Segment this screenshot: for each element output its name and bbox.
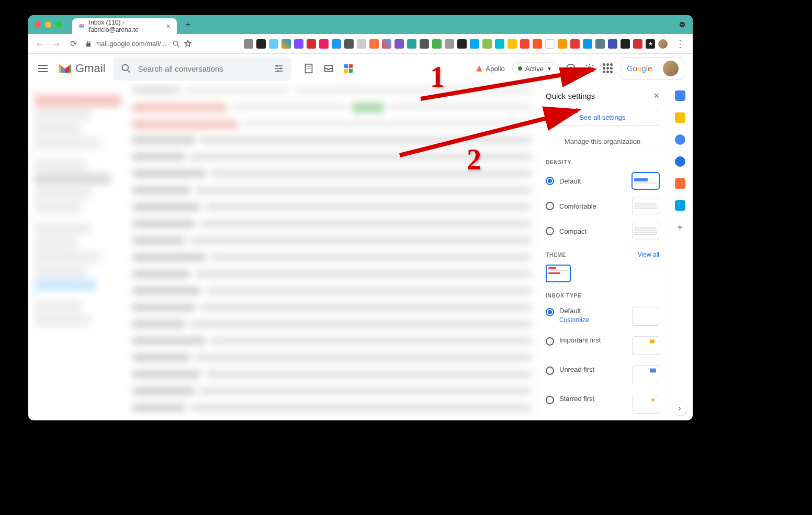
inbox-type-priority[interactable]: Priority Inbox Customize bbox=[538, 419, 667, 420]
extension-icon[interactable] bbox=[558, 39, 567, 49]
customize-link[interactable]: Customize bbox=[559, 316, 627, 324]
extension-icon[interactable] bbox=[407, 39, 416, 49]
svg-rect-12 bbox=[344, 64, 348, 68]
extension-icon[interactable] bbox=[508, 39, 517, 49]
google-logo: Google bbox=[626, 63, 659, 74]
close-icon[interactable]: × bbox=[653, 90, 659, 101]
svg-rect-14 bbox=[344, 69, 348, 73]
extension-icon[interactable] bbox=[482, 39, 492, 49]
extension-icon[interactable] bbox=[269, 39, 278, 49]
back-button[interactable]: ← bbox=[35, 39, 45, 49]
url-text: mail.google.com/mail/... bbox=[95, 40, 167, 48]
close-window-button[interactable] bbox=[35, 21, 41, 28]
inbox-type-unread[interactable]: Unread first bbox=[538, 360, 667, 390]
extension-icon[interactable] bbox=[595, 39, 605, 49]
extension-icon[interactable] bbox=[319, 39, 329, 49]
profile-avatar-icon[interactable] bbox=[658, 39, 668, 49]
annotation-number-2: 2 bbox=[467, 143, 481, 176]
extension-icon[interactable]: ★ bbox=[646, 39, 655, 49]
radio-icon bbox=[546, 202, 554, 210]
extension-icon[interactable] bbox=[583, 39, 592, 49]
add-icon[interactable]: + bbox=[675, 222, 685, 233]
extension-icon[interactable] bbox=[294, 39, 303, 49]
avatar[interactable] bbox=[663, 61, 679, 76]
svg-line-2 bbox=[177, 45, 179, 47]
contacts-icon[interactable] bbox=[675, 156, 685, 167]
keep-icon[interactable] bbox=[675, 112, 685, 123]
annotation-number-1: 1 bbox=[430, 60, 445, 94]
gmail-text: Gmail bbox=[75, 62, 105, 75]
bookmark-star-icon[interactable] bbox=[184, 40, 192, 48]
density-option-default[interactable]: Default bbox=[538, 168, 667, 193]
density-option-comfortable[interactable]: Comfortable bbox=[538, 193, 667, 219]
extension-icon[interactable] bbox=[332, 39, 341, 49]
extension-icon[interactable] bbox=[382, 39, 391, 49]
minimize-window-button[interactable] bbox=[45, 21, 51, 28]
extension-icon[interactable] bbox=[633, 39, 642, 49]
svg-rect-13 bbox=[349, 64, 353, 68]
expand-panel-button[interactable]: › bbox=[673, 402, 686, 415]
browser-window: Inbox (110) - fabricio@arena.te × + ← → … bbox=[28, 15, 693, 420]
gmail-m-icon bbox=[58, 63, 72, 74]
extension-icon[interactable] bbox=[533, 39, 542, 49]
extension-icon[interactable] bbox=[570, 39, 580, 49]
extension-icon[interactable] bbox=[621, 39, 630, 49]
doc-icon[interactable] bbox=[303, 63, 314, 74]
close-tab-button[interactable]: × bbox=[166, 22, 171, 30]
tune-icon[interactable] bbox=[274, 63, 284, 74]
extension-icon[interactable] bbox=[445, 39, 454, 49]
inbox-type-important[interactable]: Important first bbox=[538, 331, 667, 360]
calendar-icon[interactable] bbox=[675, 90, 685, 101]
window-controls bbox=[35, 21, 62, 28]
density-option-compact[interactable]: Compact bbox=[538, 219, 667, 244]
grid-view-icon[interactable] bbox=[343, 63, 354, 74]
menu-icon[interactable] bbox=[37, 62, 49, 75]
extension-icon[interactable] bbox=[457, 39, 467, 49]
maximize-window-button[interactable] bbox=[55, 21, 62, 28]
view-all-themes-link[interactable]: View all bbox=[638, 251, 659, 258]
tasks-icon[interactable] bbox=[675, 134, 685, 145]
tab-title: Inbox (110) - fabricio@arena.te bbox=[89, 19, 162, 33]
apollo-icon[interactable] bbox=[675, 178, 685, 189]
extension-icon[interactable] bbox=[495, 39, 504, 49]
gmail-logo[interactable]: Gmail bbox=[58, 62, 105, 75]
extension-icon[interactable] bbox=[545, 39, 555, 49]
extension-icons: ★ bbox=[244, 39, 668, 49]
extension-icon[interactable] bbox=[369, 39, 379, 49]
inbox-type-default[interactable]: Default Customize bbox=[538, 302, 667, 331]
forward-button[interactable]: → bbox=[51, 39, 62, 49]
url-input[interactable]: mail.google.com/mail/... bbox=[85, 40, 192, 48]
extension-icon[interactable] bbox=[470, 39, 479, 49]
theme-thumbnail[interactable] bbox=[546, 265, 571, 282]
extension-icon[interactable] bbox=[256, 39, 266, 49]
search-box[interactable] bbox=[114, 56, 291, 81]
salesforce-icon[interactable] bbox=[675, 200, 685, 211]
extension-icon[interactable] bbox=[357, 39, 366, 49]
sidebar: ▾ ▾ ▾ ▾ bbox=[28, 83, 128, 420]
extension-icon[interactable] bbox=[307, 39, 316, 49]
apps-icon[interactable] bbox=[603, 63, 613, 74]
extension-icon[interactable] bbox=[520, 39, 529, 49]
extension-icon[interactable] bbox=[394, 39, 404, 49]
reload-button[interactable]: ⟳ bbox=[68, 39, 78, 49]
search-input[interactable] bbox=[138, 64, 267, 73]
extension-icon[interactable] bbox=[608, 39, 617, 49]
lock-icon bbox=[85, 40, 92, 48]
extension-icon[interactable] bbox=[432, 39, 442, 49]
chevron-down-icon[interactable] bbox=[678, 20, 686, 29]
svg-rect-20 bbox=[650, 369, 656, 373]
extension-icon[interactable] bbox=[244, 39, 253, 49]
gmail-favicon bbox=[78, 22, 85, 30]
browser-tab[interactable]: Inbox (110) - fabricio@arena.te × bbox=[72, 18, 177, 34]
google-account-badge[interactable]: Google bbox=[621, 57, 684, 80]
extension-icon[interactable] bbox=[344, 39, 354, 49]
browser-menu-button[interactable]: ⋮ bbox=[674, 38, 686, 50]
radio-icon bbox=[546, 227, 554, 235]
inbox-type-starred[interactable]: Starred first bbox=[538, 390, 667, 419]
radio-icon bbox=[546, 177, 554, 185]
extension-icon[interactable] bbox=[281, 39, 291, 49]
extension-icon[interactable] bbox=[420, 39, 429, 49]
inbox-icon[interactable] bbox=[323, 63, 334, 74]
zoom-icon[interactable] bbox=[172, 40, 181, 48]
new-tab-button[interactable]: + bbox=[185, 19, 191, 30]
